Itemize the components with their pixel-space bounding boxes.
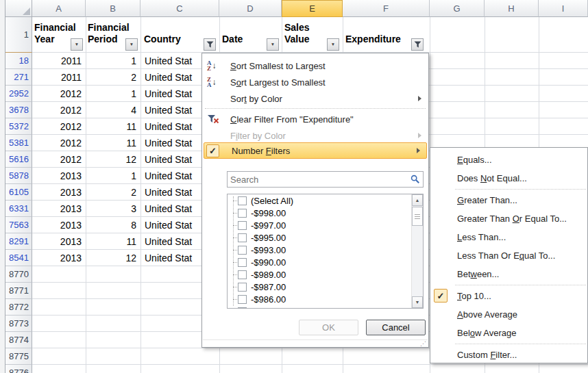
cell-year[interactable]: 2013 bbox=[32, 168, 82, 184]
list-item[interactable]: -$997.00 bbox=[228, 219, 423, 231]
column-header-e-selected[interactable]: E bbox=[282, 0, 343, 17]
row-header[interactable]: 7563 bbox=[5, 217, 32, 233]
menu-item-clear-filter[interactable]: Clear Filter From "Expenditure" bbox=[203, 111, 428, 127]
cell-period[interactable]: 12 bbox=[86, 151, 136, 168]
cell-country[interactable]: United Stat bbox=[145, 53, 201, 69]
checkbox-unchecked[interactable] bbox=[238, 283, 247, 292]
menu-item-filter-by-color[interactable]: Filter by Color bbox=[203, 127, 428, 144]
menu-item-sort-by-color[interactable]: Sort by Color bbox=[203, 90, 428, 107]
cell-country[interactable]: United Stat bbox=[145, 250, 201, 266]
submenu-item-greater-than[interactable]: Greater Than... bbox=[431, 191, 587, 209]
search-input[interactable] bbox=[228, 175, 411, 185]
cell-country[interactable]: United Stat bbox=[145, 102, 201, 118]
cell-country[interactable]: United Stat bbox=[145, 135, 201, 151]
submenu-item-between[interactable]: Between... bbox=[431, 265, 587, 283]
row-header[interactable]: 18 bbox=[5, 53, 32, 69]
cancel-button[interactable]: Cancel bbox=[366, 320, 426, 335]
column-header-g[interactable]: G bbox=[430, 0, 485, 17]
cell-year[interactable]: 2012 bbox=[32, 86, 82, 102]
checkbox-unchecked[interactable] bbox=[238, 307, 247, 309]
cell-country[interactable]: United Stat bbox=[145, 217, 201, 233]
cell-period[interactable]: 11 bbox=[86, 233, 136, 250]
cell-year[interactable]: 2013 bbox=[32, 233, 82, 250]
cell-year[interactable]: 2011 bbox=[32, 53, 82, 69]
row-header-1[interactable]: 1 bbox=[5, 17, 32, 53]
submenu-item-below-average[interactable]: Below Average bbox=[431, 324, 587, 342]
cell-country[interactable]: United Stat bbox=[145, 86, 201, 102]
cell-period[interactable]: 2 bbox=[86, 69, 136, 86]
row-header[interactable]: 6331 bbox=[5, 201, 32, 217]
cell-year[interactable]: 2013 bbox=[32, 250, 82, 266]
column-header-d[interactable]: D bbox=[219, 0, 282, 17]
cell-year[interactable]: 2011 bbox=[32, 69, 82, 86]
header-cell-date[interactable]: Date bbox=[222, 22, 243, 45]
list-item[interactable]: -$987.00 bbox=[228, 281, 423, 293]
list-scrollbar[interactable] bbox=[411, 194, 423, 308]
filter-dropdown-button-sales-value[interactable] bbox=[327, 38, 339, 51]
row-header[interactable]: 5381 bbox=[5, 135, 32, 151]
ok-button[interactable]: OK bbox=[299, 320, 358, 335]
column-header-a[interactable]: A bbox=[32, 0, 86, 17]
submenu-item-does-not-equal[interactable]: Does Not Equal... bbox=[431, 169, 587, 188]
checkbox-unchecked[interactable] bbox=[238, 209, 247, 218]
column-header-h[interactable]: H bbox=[485, 0, 539, 17]
cell-country[interactable]: United Stat bbox=[145, 184, 201, 201]
cell-year[interactable]: 2012 bbox=[32, 135, 82, 151]
list-item-select-all[interactable]: (Select All) bbox=[228, 194, 423, 207]
filter-dropdown-button-financial-year[interactable] bbox=[71, 38, 83, 51]
submenu-item-above-average[interactable]: Above Average bbox=[431, 305, 587, 324]
checkbox-unchecked[interactable] bbox=[238, 196, 247, 205]
submenu-item-greater-than-or-equal[interactable]: Greater Than Or Equal To... bbox=[431, 209, 587, 228]
row-header[interactable]: 8773 bbox=[5, 316, 32, 332]
list-item[interactable]: -$986.00 bbox=[228, 293, 423, 305]
cell-year[interactable]: 2012 bbox=[32, 102, 82, 118]
row-header[interactable]: 6105 bbox=[5, 184, 32, 201]
cell-period[interactable]: 11 bbox=[86, 135, 136, 151]
cell-period[interactable]: 12 bbox=[86, 250, 136, 266]
checkbox-unchecked[interactable] bbox=[238, 246, 247, 255]
scroll-down-button[interactable] bbox=[412, 296, 423, 308]
cell-period[interactable]: 1 bbox=[86, 86, 136, 102]
cell-year[interactable]: 2013 bbox=[32, 184, 82, 201]
header-cell-financial-year[interactable]: FinancialYear bbox=[34, 22, 76, 45]
column-header-f[interactable]: F bbox=[343, 0, 430, 17]
cell-period[interactable]: 3 bbox=[86, 201, 136, 217]
checkbox-unchecked[interactable] bbox=[238, 233, 247, 242]
checkbox-unchecked[interactable] bbox=[238, 295, 247, 304]
cell-country[interactable]: United Stat bbox=[145, 168, 201, 184]
checkbox-unchecked[interactable] bbox=[238, 258, 247, 267]
cell-country[interactable]: United Stat bbox=[145, 69, 201, 86]
cell-period[interactable]: 4 bbox=[86, 102, 136, 118]
header-cell-sales-value[interactable]: SalesValue bbox=[284, 22, 310, 45]
list-item[interactable]: -$995.00 bbox=[228, 231, 423, 244]
cell-country[interactable]: United Stat bbox=[145, 118, 201, 135]
row-header[interactable]: 271 bbox=[5, 69, 32, 86]
list-item[interactable]: -$990.00 bbox=[228, 256, 423, 268]
row-header[interactable]: 8541 bbox=[5, 250, 32, 266]
menu-item-sort-smallest-to-largest[interactable]: AZ↓ Sort Smallest to Largest bbox=[203, 57, 428, 74]
submenu-item-less-than-or-equal[interactable]: Less Than Or Equal To... bbox=[431, 246, 587, 265]
menu-resize-strip[interactable] bbox=[203, 339, 428, 346]
cell-country[interactable]: United Stat bbox=[145, 151, 201, 168]
row-header[interactable]: 8770 bbox=[5, 266, 32, 283]
submenu-item-equals[interactable]: Equals... bbox=[431, 151, 587, 169]
row-header[interactable]: 8775 bbox=[5, 348, 32, 365]
row-header[interactable]: 2952 bbox=[5, 86, 32, 102]
filter-applied-button-expenditure[interactable] bbox=[411, 38, 424, 51]
list-item[interactable]: -$998.00 bbox=[228, 207, 423, 219]
cell-country[interactable]: United Stat bbox=[145, 233, 201, 250]
menu-item-sort-largest-to-smallest[interactable]: ZA↓ Sort Largest to Smallest bbox=[203, 74, 428, 90]
column-header-b[interactable]: B bbox=[86, 0, 140, 17]
row-header[interactable]: 8291 bbox=[5, 233, 32, 250]
row-header[interactable]: 3678 bbox=[5, 102, 32, 118]
header-cell-country[interactable]: Country bbox=[144, 22, 181, 45]
list-item-partial[interactable] bbox=[228, 305, 423, 309]
column-header-i[interactable]: I bbox=[539, 0, 588, 17]
scrollbar-thumb[interactable] bbox=[412, 207, 423, 226]
filter-applied-button-country[interactable] bbox=[204, 38, 216, 51]
cell-year[interactable]: 2012 bbox=[32, 151, 82, 168]
checkbox-unchecked[interactable] bbox=[238, 221, 247, 230]
row-header[interactable]: 5878 bbox=[5, 168, 32, 184]
submenu-item-custom-filter[interactable]: Custom Filter... bbox=[431, 346, 587, 364]
cell-year[interactable]: 2013 bbox=[32, 201, 82, 217]
